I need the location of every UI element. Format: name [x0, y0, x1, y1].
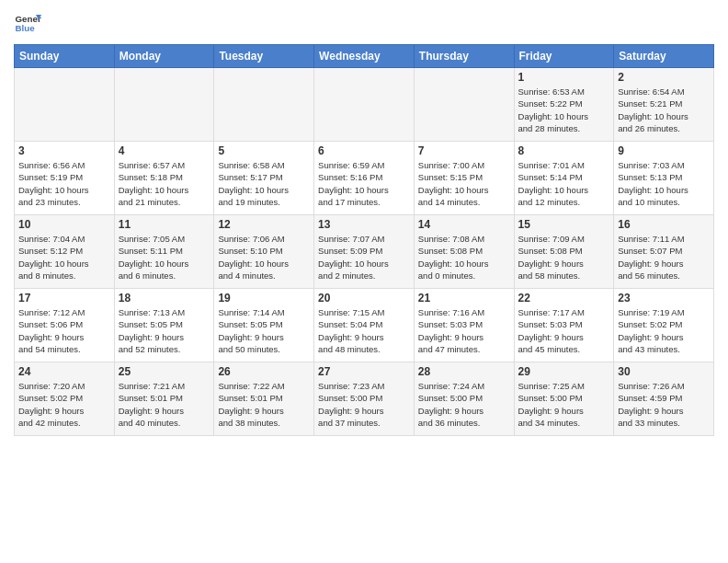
day-number: 11 — [119, 218, 210, 231]
calendar-cell: 2Sunrise: 6:54 AM Sunset: 5:21 PM Daylig… — [614, 68, 714, 142]
day-number: 7 — [418, 144, 510, 157]
weekday-header-tuesday: Tuesday — [214, 45, 314, 68]
day-number: 23 — [618, 292, 710, 304]
calendar-cell: 26Sunrise: 7:22 AM Sunset: 5:01 PM Dayli… — [214, 362, 314, 436]
calendar-cell: 9Sunrise: 7:03 AM Sunset: 5:13 PM Daylig… — [614, 142, 714, 215]
calendar-cell: 16Sunrise: 7:11 AM Sunset: 5:07 PM Dayli… — [614, 215, 714, 289]
day-number: 29 — [518, 365, 610, 378]
day-info: Sunrise: 7:12 AM Sunset: 5:06 PM Dayligh… — [18, 306, 110, 355]
day-info: Sunrise: 7:08 AM Sunset: 5:08 PM Dayligh… — [418, 233, 510, 282]
header: General Blue — [14, 9, 714, 37]
day-number: 12 — [218, 218, 310, 231]
day-info: Sunrise: 7:15 AM Sunset: 5:04 PM Dayligh… — [318, 306, 410, 355]
calendar-cell: 19Sunrise: 7:14 AM Sunset: 5:05 PM Dayli… — [214, 289, 314, 362]
day-info: Sunrise: 7:04 AM Sunset: 5:12 PM Dayligh… — [18, 233, 110, 282]
day-number: 13 — [318, 218, 410, 231]
calendar-week-row: 3Sunrise: 6:56 AM Sunset: 5:19 PM Daylig… — [15, 142, 714, 215]
calendar-table: SundayMondayTuesdayWednesdayThursdayFrid… — [14, 44, 714, 436]
logo: General Blue — [14, 9, 45, 37]
day-number: 14 — [418, 218, 510, 231]
weekday-header-saturday: Saturday — [614, 45, 714, 68]
calendar-cell — [214, 68, 314, 142]
calendar-cell: 6Sunrise: 6:59 AM Sunset: 5:16 PM Daylig… — [314, 142, 415, 215]
day-info: Sunrise: 7:19 AM Sunset: 5:02 PM Dayligh… — [618, 306, 710, 355]
calendar-cell: 14Sunrise: 7:08 AM Sunset: 5:08 PM Dayli… — [414, 215, 514, 289]
day-number: 26 — [218, 365, 310, 378]
day-info: Sunrise: 7:16 AM Sunset: 5:03 PM Dayligh… — [418, 306, 510, 355]
calendar-cell: 11Sunrise: 7:05 AM Sunset: 5:11 PM Dayli… — [114, 215, 214, 289]
day-number: 22 — [518, 292, 610, 304]
day-info: Sunrise: 6:53 AM Sunset: 5:22 PM Dayligh… — [518, 86, 610, 134]
calendar-cell: 1Sunrise: 6:53 AM Sunset: 5:22 PM Daylig… — [514, 68, 614, 142]
day-number: 27 — [318, 365, 410, 378]
calendar-cell: 28Sunrise: 7:24 AM Sunset: 5:00 PM Dayli… — [414, 362, 514, 436]
day-number: 28 — [418, 365, 510, 378]
calendar-cell: 18Sunrise: 7:13 AM Sunset: 5:05 PM Dayli… — [114, 289, 214, 362]
day-info: Sunrise: 7:26 AM Sunset: 4:59 PM Dayligh… — [618, 380, 710, 429]
day-number: 4 — [119, 144, 210, 157]
calendar-cell: 27Sunrise: 7:23 AM Sunset: 5:00 PM Dayli… — [314, 362, 415, 436]
calendar-cell: 23Sunrise: 7:19 AM Sunset: 5:02 PM Dayli… — [614, 289, 714, 362]
day-info: Sunrise: 7:01 AM Sunset: 5:14 PM Dayligh… — [518, 159, 610, 208]
day-number: 21 — [418, 292, 510, 304]
calendar-cell: 30Sunrise: 7:26 AM Sunset: 4:59 PM Dayli… — [614, 362, 714, 436]
calendar-cell: 20Sunrise: 7:15 AM Sunset: 5:04 PM Dayli… — [314, 289, 415, 362]
calendar-week-row: 17Sunrise: 7:12 AM Sunset: 5:06 PM Dayli… — [15, 289, 714, 362]
day-info: Sunrise: 6:54 AM Sunset: 5:21 PM Dayligh… — [618, 86, 710, 134]
calendar-cell: 17Sunrise: 7:12 AM Sunset: 5:06 PM Dayli… — [15, 289, 115, 362]
day-number: 18 — [119, 292, 210, 304]
day-info: Sunrise: 7:20 AM Sunset: 5:02 PM Dayligh… — [18, 380, 110, 429]
day-number: 5 — [218, 144, 310, 157]
day-number: 1 — [518, 71, 610, 84]
logo-icon: General Blue — [14, 9, 41, 37]
svg-text:Blue: Blue — [16, 23, 36, 33]
day-info: Sunrise: 7:22 AM Sunset: 5:01 PM Dayligh… — [218, 380, 310, 429]
weekday-header-row: SundayMondayTuesdayWednesdayThursdayFrid… — [15, 45, 714, 68]
weekday-header-monday: Monday — [114, 45, 214, 68]
calendar-cell: 22Sunrise: 7:17 AM Sunset: 5:03 PM Dayli… — [514, 289, 614, 362]
calendar-cell: 29Sunrise: 7:25 AM Sunset: 5:00 PM Dayli… — [514, 362, 614, 436]
day-number: 24 — [18, 365, 110, 378]
day-info: Sunrise: 7:07 AM Sunset: 5:09 PM Dayligh… — [318, 233, 410, 282]
calendar-cell — [114, 68, 214, 142]
day-number: 15 — [518, 218, 610, 231]
weekday-header-friday: Friday — [514, 45, 614, 68]
day-info: Sunrise: 7:23 AM Sunset: 5:00 PM Dayligh… — [318, 380, 410, 429]
day-info: Sunrise: 7:24 AM Sunset: 5:00 PM Dayligh… — [418, 380, 510, 429]
calendar-cell: 15Sunrise: 7:09 AM Sunset: 5:08 PM Dayli… — [514, 215, 614, 289]
day-info: Sunrise: 7:06 AM Sunset: 5:10 PM Dayligh… — [218, 233, 310, 282]
calendar-cell: 13Sunrise: 7:07 AM Sunset: 5:09 PM Dayli… — [314, 215, 415, 289]
day-info: Sunrise: 7:00 AM Sunset: 5:15 PM Dayligh… — [418, 159, 510, 208]
day-info: Sunrise: 6:56 AM Sunset: 5:19 PM Dayligh… — [18, 159, 110, 208]
main-container: General Blue SundayMondayTuesdayWednesda… — [0, 0, 728, 441]
day-number: 30 — [618, 365, 710, 378]
day-info: Sunrise: 7:09 AM Sunset: 5:08 PM Dayligh… — [518, 233, 610, 282]
day-number: 8 — [518, 144, 610, 157]
day-info: Sunrise: 6:57 AM Sunset: 5:18 PM Dayligh… — [119, 159, 210, 208]
day-number: 17 — [18, 292, 110, 304]
calendar-cell — [414, 68, 514, 142]
calendar-cell — [15, 68, 115, 142]
day-info: Sunrise: 7:14 AM Sunset: 5:05 PM Dayligh… — [218, 306, 310, 355]
calendar-cell: 25Sunrise: 7:21 AM Sunset: 5:01 PM Dayli… — [114, 362, 214, 436]
day-info: Sunrise: 7:17 AM Sunset: 5:03 PM Dayligh… — [518, 306, 610, 355]
calendar-cell — [314, 68, 415, 142]
day-number: 9 — [618, 144, 710, 157]
calendar-cell: 10Sunrise: 7:04 AM Sunset: 5:12 PM Dayli… — [15, 215, 115, 289]
day-info: Sunrise: 7:05 AM Sunset: 5:11 PM Dayligh… — [119, 233, 210, 282]
calendar-cell: 4Sunrise: 6:57 AM Sunset: 5:18 PM Daylig… — [114, 142, 214, 215]
day-number: 2 — [618, 71, 710, 84]
calendar-week-row: 24Sunrise: 7:20 AM Sunset: 5:02 PM Dayli… — [15, 362, 714, 436]
day-number: 3 — [18, 144, 110, 157]
calendar-week-row: 10Sunrise: 7:04 AM Sunset: 5:12 PM Dayli… — [15, 215, 714, 289]
day-number: 10 — [18, 218, 110, 231]
day-info: Sunrise: 7:21 AM Sunset: 5:01 PM Dayligh… — [119, 380, 210, 429]
day-info: Sunrise: 7:25 AM Sunset: 5:00 PM Dayligh… — [518, 380, 610, 429]
day-info: Sunrise: 6:58 AM Sunset: 5:17 PM Dayligh… — [218, 159, 310, 208]
calendar-cell: 12Sunrise: 7:06 AM Sunset: 5:10 PM Dayli… — [214, 215, 314, 289]
calendar-cell: 24Sunrise: 7:20 AM Sunset: 5:02 PM Dayli… — [15, 362, 115, 436]
calendar-cell: 3Sunrise: 6:56 AM Sunset: 5:19 PM Daylig… — [15, 142, 115, 215]
day-number: 16 — [618, 218, 710, 231]
day-info: Sunrise: 7:03 AM Sunset: 5:13 PM Dayligh… — [618, 159, 710, 208]
day-info: Sunrise: 7:11 AM Sunset: 5:07 PM Dayligh… — [618, 233, 710, 282]
